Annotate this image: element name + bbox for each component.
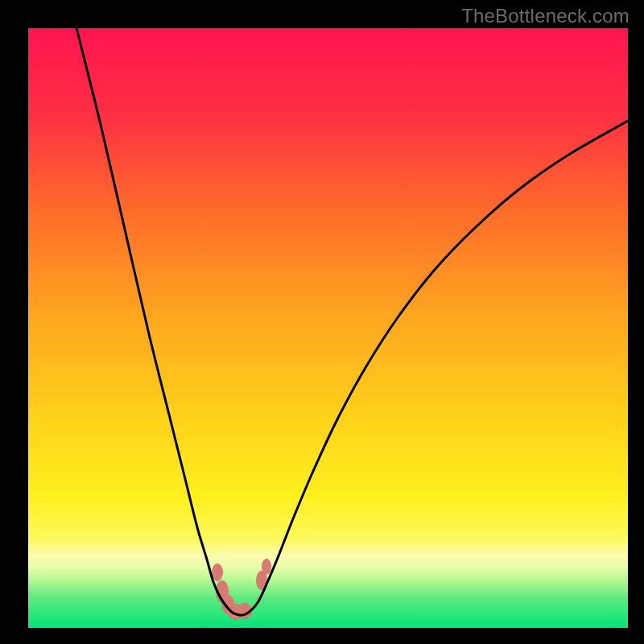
curve-marker: [262, 559, 271, 575]
bottleneck-curve: [76, 28, 628, 615]
curve-layer: [28, 28, 628, 628]
plot-area: [28, 28, 628, 628]
chart-frame: TheBottleneck.com: [0, 0, 644, 644]
watermark-text: TheBottleneck.com: [461, 5, 630, 27]
markers-group: [212, 559, 271, 620]
